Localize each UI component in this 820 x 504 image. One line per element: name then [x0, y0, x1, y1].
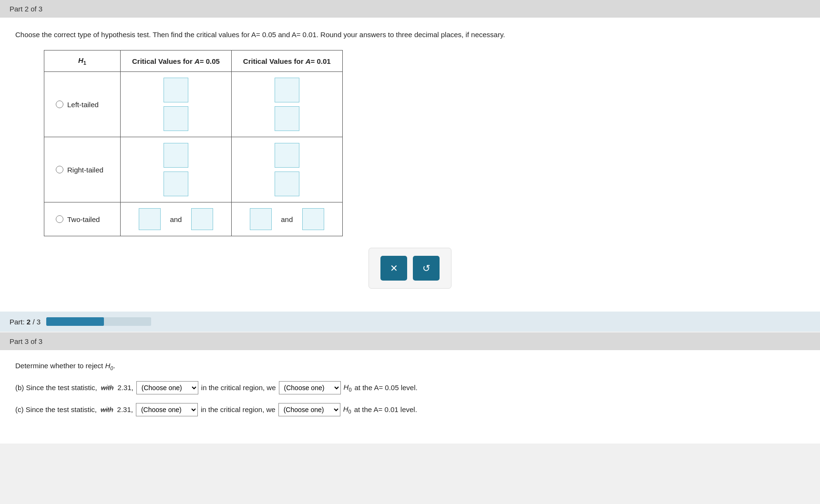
progress-bar-bg — [46, 317, 151, 326]
part3-header: Part 3 of 3 — [0, 333, 820, 350]
right-tailed-col3 — [231, 137, 342, 202]
two-a05-input1[interactable] — [139, 208, 161, 230]
two-tailed-col2: and — [121, 202, 232, 236]
col2-header: Critical Values for A= 0.05 — [121, 50, 232, 72]
right-a05-input1[interactable] — [164, 143, 188, 168]
row-b-action-select[interactable]: (Choose one) reject fail to reject — [279, 381, 341, 394]
action-buttons-box: ✕ ↺ — [369, 248, 451, 289]
row-c-action-select[interactable]: (Choose one) reject fail to reject — [278, 403, 340, 416]
action-area: ✕ ↺ — [15, 248, 805, 289]
part3-content: Determine whether to reject H0. (b) Sinc… — [0, 350, 820, 444]
progress-current: 2 — [27, 318, 31, 326]
col3-header: Critical Values for A= 0.01 — [231, 50, 342, 72]
two-a01-input2[interactable] — [302, 208, 324, 230]
row-b-math: with — [101, 381, 114, 394]
row-c-mid: in the critical region, we — [201, 403, 276, 416]
row-c-suffix: at the A= 0.01 level. — [354, 403, 417, 416]
part3-title: Determine whether to reject H0. — [15, 362, 805, 371]
progress-section: Part: 2 / 3 — [0, 312, 820, 332]
two-tailed-label[interactable]: Two-tailed — [56, 215, 109, 223]
left-tailed-col3 — [231, 72, 342, 137]
row-b-in-region-select[interactable]: (Choose one) is is not — [136, 381, 198, 394]
part2-header: Part 2 of 3 — [0, 0, 820, 18]
two-a01-input1[interactable] — [250, 208, 272, 230]
row-b-value: 2.31, — [117, 381, 133, 394]
row-b-h0: H0 — [344, 381, 352, 395]
left-tailed-label[interactable]: Left-tailed — [56, 101, 109, 109]
right-a01-input2[interactable] — [275, 171, 299, 196]
hypothesis-table: H1 Critical Values for A= 0.05 Critical … — [44, 50, 343, 236]
right-tailed-radio[interactable] — [56, 166, 63, 173]
row-c-value: 2.31, — [117, 403, 133, 416]
part3-row-b: (b) Since the test statistic, with 2.31,… — [15, 381, 805, 395]
progress-bar-fill — [46, 317, 104, 326]
right-tailed-col2 — [121, 137, 232, 202]
left-a05-input1[interactable] — [164, 78, 188, 102]
row-two-tailed: Two-tailed and and — [44, 202, 343, 236]
left-tailed-radio[interactable] — [56, 101, 63, 108]
row-c-in-region-select[interactable]: (Choose one) is is not — [136, 403, 198, 416]
part3-row-c: (c) Since the test statistic, with 2.31,… — [15, 403, 805, 417]
reset-icon: ↺ — [422, 262, 430, 274]
reset-button[interactable]: ↺ — [413, 256, 440, 281]
progress-label: Part: 2 / 3 — [10, 318, 41, 326]
page-wrapper: Part 2 of 3 Choose the correct type of h… — [0, 0, 820, 444]
and-text-1: and — [170, 215, 182, 223]
two-a05-input2[interactable] — [191, 208, 213, 230]
clear-icon: ✕ — [390, 262, 398, 274]
and-text-2: and — [281, 215, 293, 223]
col1-header: H1 — [44, 50, 121, 72]
left-tailed-col2 — [121, 72, 232, 137]
right-a05-input2[interactable] — [164, 171, 188, 196]
part2-header-text: Part 2 of 3 — [10, 5, 42, 13]
left-a01-input1[interactable] — [275, 78, 299, 102]
row-c-math: with — [101, 403, 113, 416]
row-right-tailed: Right-tailed — [44, 137, 343, 202]
left-a01-input2[interactable] — [275, 106, 299, 131]
part3-header-text: Part 3 of 3 — [10, 337, 42, 345]
part2-content: Choose the correct type of hypothesis te… — [0, 18, 820, 312]
right-tailed-label[interactable]: Right-tailed — [56, 166, 109, 174]
two-tailed-col3: and — [231, 202, 342, 236]
row-b-prefix: (b) Since the test statistic, — [15, 381, 97, 394]
row-c-prefix: (c) Since the test statistic, — [15, 403, 97, 416]
progress-total: 3 — [37, 318, 41, 326]
row-c-h0: H0 — [343, 403, 351, 417]
instruction-text: Choose the correct type of hypothesis te… — [15, 29, 805, 40]
two-tailed-radio[interactable] — [56, 215, 63, 223]
right-a01-input1[interactable] — [275, 143, 299, 168]
row-b-suffix: at the A= 0.05 level. — [355, 381, 418, 394]
clear-button[interactable]: ✕ — [380, 256, 407, 281]
row-left-tailed: Left-tailed — [44, 72, 343, 137]
row-b-mid: in the critical region, we — [201, 381, 276, 394]
left-a05-input2[interactable] — [164, 106, 188, 131]
